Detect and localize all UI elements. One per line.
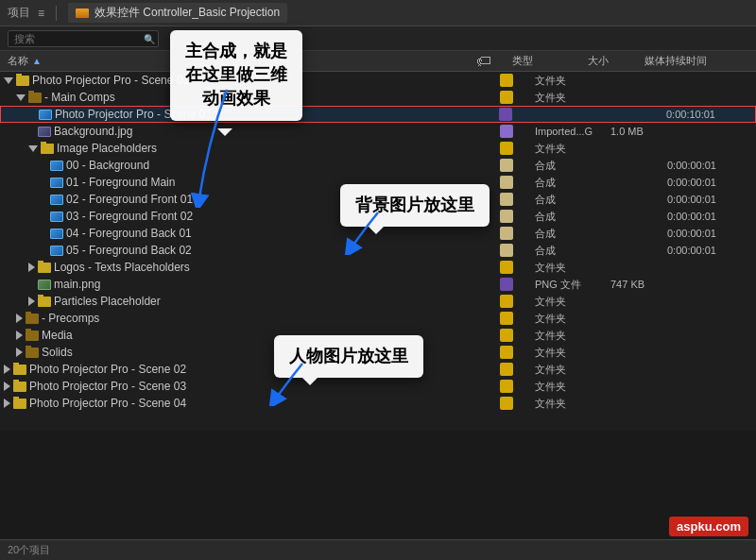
row-name-area: Photo Projector Pro - Scene 03	[4, 380, 478, 393]
row-name-area: Background.jpg	[4, 125, 478, 138]
toolbar: 项目 ≡ 效果控件 Controller_Basic Projection	[0, 0, 756, 26]
color-label	[500, 244, 513, 257]
row-duration-cell: 0:00:00:01	[667, 245, 752, 256]
col-size-header[interactable]: 大小	[588, 54, 644, 68]
expand-right-icon[interactable]	[4, 399, 10, 408]
row-type-cell: PNG 文件	[535, 278, 610, 292]
folder-icon	[13, 399, 26, 409]
row-name-area: 00 - Background	[4, 159, 478, 172]
list-item[interactable]: 00 - Background合成0:00:00:01	[0, 157, 756, 174]
expand-right-icon[interactable]	[4, 365, 10, 374]
list-item[interactable]: - Precomps文件夹	[0, 310, 756, 327]
comp-icon	[50, 178, 63, 188]
search-icon: 🔍	[144, 33, 155, 43]
row-type-cell: 文件夹	[535, 142, 610, 156]
list-item[interactable]: Background.jpgImported...G1.0 MB	[0, 123, 756, 140]
project-label: 项目	[8, 5, 30, 21]
row-label-cell	[478, 295, 535, 308]
row-label-cell	[478, 329, 535, 342]
callout-bg-text: 背景图片放这里	[355, 195, 474, 214]
folder-brown-icon	[26, 331, 39, 341]
row-name-text: Solids	[42, 346, 73, 359]
col-type-header[interactable]: 类型	[512, 54, 588, 68]
expand-down-icon[interactable]	[28, 145, 38, 152]
row-label-cell	[478, 278, 535, 291]
expand-right-icon[interactable]	[16, 331, 23, 340]
row-duration-cell: 0:00:00:01	[667, 228, 752, 239]
comp-icon	[39, 110, 52, 120]
color-label	[500, 227, 513, 240]
expand-down-icon[interactable]	[4, 77, 13, 84]
tab-label: 效果控件 Controller_Basic Projection	[94, 5, 280, 21]
row-name-text: 03 - Foreground Front 02	[66, 210, 193, 223]
row-duration-cell: 0:00:00:01	[667, 211, 752, 222]
color-label	[500, 159, 513, 172]
row-name-text: Photo Projector Pro - Scene 03	[29, 380, 186, 393]
color-label	[500, 312, 513, 325]
callout-main-text: 主合成，就是在这里做三维动画效果	[185, 42, 287, 108]
tab-icon	[76, 8, 89, 18]
effect-controls-tab[interactable]: 效果控件 Controller_Basic Projection	[68, 3, 287, 23]
row-label-cell	[478, 380, 535, 393]
bottom-bar: 20个项目	[0, 539, 756, 560]
col-duration-header[interactable]: 媒体持续时间	[644, 54, 730, 68]
list-item[interactable]: - Main Comps文件夹	[0, 89, 756, 106]
comp-icon	[50, 246, 63, 256]
folder-brown-icon	[26, 348, 39, 358]
row-name-text: Particles Placeholder	[54, 295, 161, 308]
row-name-text: main.png	[54, 278, 100, 291]
color-label	[500, 329, 513, 342]
color-label	[500, 363, 513, 376]
color-label	[500, 295, 513, 308]
row-type-cell: 文件夹	[535, 74, 610, 88]
list-item[interactable]: Photo Projector Pro - Scene 010:00:10:01	[0, 106, 756, 123]
list-item[interactable]: Logos - Texts Placeholders文件夹	[0, 259, 756, 276]
row-type-cell: 文件夹	[535, 397, 610, 411]
column-headers: 名称 ▲ 🏷 类型 大小 媒体持续时间	[0, 51, 756, 72]
img-icon	[38, 127, 51, 137]
row-name-text: Photo Projector Pro - Scene 01	[32, 74, 189, 87]
expand-down-icon[interactable]	[16, 94, 26, 101]
row-name-text: Background.jpg	[54, 125, 132, 138]
expand-right-icon[interactable]	[28, 263, 35, 272]
folder-icon	[13, 382, 26, 392]
row-duration-cell: 0:00:00:01	[667, 194, 752, 205]
expand-right-icon[interactable]	[4, 382, 10, 391]
folder-icon	[38, 263, 51, 273]
row-label-cell	[478, 142, 535, 155]
row-name-text: Image Placeholders	[57, 142, 157, 155]
row-name-text: - Precomps	[42, 312, 99, 325]
callout-person-text: 人物图片放这里	[289, 347, 408, 365]
list-item[interactable]: Photo Projector Pro - Scene 01文件夹	[0, 72, 756, 89]
col-label-header: 🏷	[455, 53, 512, 70]
list-item[interactable]: Photo Projector Pro - Scene 04文件夹	[0, 395, 756, 412]
color-label	[500, 176, 513, 189]
row-name-text: - Main Comps	[44, 91, 115, 104]
row-label-cell	[478, 312, 535, 325]
row-label-cell	[478, 261, 535, 274]
row-name-text: Photo Projector Pro - Scene 02	[29, 363, 186, 376]
row-type-cell: 合成	[535, 176, 610, 190]
expand-right-icon[interactable]	[16, 348, 23, 357]
row-label-cell	[478, 125, 535, 138]
expand-right-icon[interactable]	[28, 297, 35, 306]
comp-icon	[50, 212, 63, 222]
row-type-cell: 文件夹	[535, 91, 610, 105]
list-item[interactable]: Photo Projector Pro - Scene 03文件夹	[0, 378, 756, 395]
folder-icon	[41, 144, 54, 154]
list-item[interactable]: 05 - Foreground Back 02合成0:00:00:01	[0, 242, 756, 259]
row-type-cell: 文件夹	[535, 346, 610, 360]
folder-brown-icon	[26, 314, 39, 324]
item-count: 20个项目	[8, 543, 50, 557]
list-item[interactable]: Image Placeholders文件夹	[0, 140, 756, 157]
list-item[interactable]: main.pngPNG 文件747 KB	[0, 276, 756, 293]
expand-right-icon[interactable]	[16, 314, 23, 323]
png-icon	[38, 280, 51, 290]
search-bar: 🔍	[0, 26, 756, 51]
color-label	[500, 210, 513, 223]
watermark: aspku.com	[669, 517, 748, 536]
search-input[interactable]	[8, 30, 159, 47]
list-item[interactable]: Particles Placeholder文件夹	[0, 293, 756, 310]
menu-icon[interactable]: ≡	[38, 7, 44, 20]
folder-icon	[16, 76, 29, 86]
